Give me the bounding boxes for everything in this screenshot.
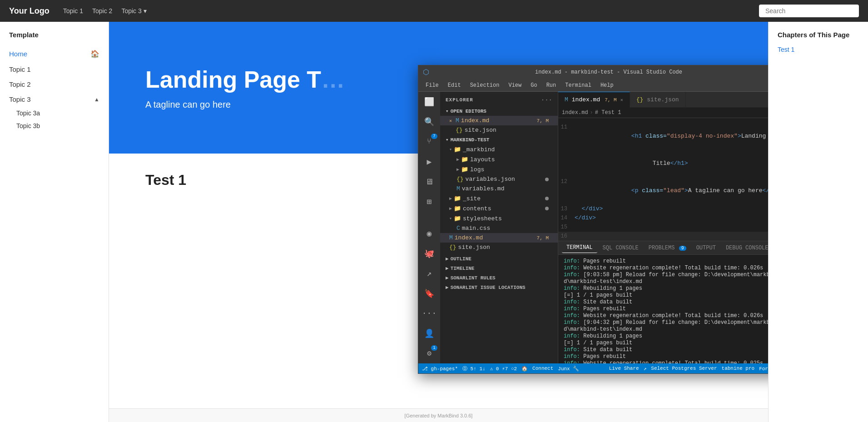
status-connect[interactable]: Connect bbox=[532, 366, 553, 371]
workspace-header[interactable]: ▾ MARKBIND-TEST bbox=[440, 135, 558, 144]
status-home[interactable]: 🏠 bbox=[521, 366, 528, 372]
navbar-links: Topic 1 Topic 2 Topic 3 ▾ bbox=[63, 7, 759, 15]
menu-view[interactable]: View bbox=[505, 80, 525, 90]
code-editor[interactable]: 11 <h1 class="display-4 no-index">Landin… bbox=[558, 118, 768, 241]
menu-help[interactable]: Help bbox=[597, 80, 617, 90]
status-junx[interactable]: Junx 🔧 bbox=[558, 366, 579, 372]
sonarlint-issues-section[interactable]: ▶ SONARLINT ISSUE LOCATIONS bbox=[440, 283, 558, 292]
open-file-site-json[interactable]: ✕ {} site.json bbox=[440, 125, 558, 135]
toc-item-test1[interactable]: Test 1 bbox=[778, 44, 859, 55]
extensions-icon[interactable]: ⊞ bbox=[423, 195, 436, 208]
file-site-json-root[interactable]: {} site.json bbox=[440, 243, 558, 252]
file-stylesheets-folder[interactable]: ▾ 📁 stylesheets bbox=[440, 213, 558, 223]
main-layout: Template Home 🏠 Topic 1 Topic 2 Topic 3 … bbox=[0, 22, 868, 422]
code-line-11b: Title</h1> bbox=[558, 150, 768, 177]
sidebar-item-topic3a[interactable]: Topic 3a bbox=[16, 107, 109, 119]
terminal-line-2: info: Website regeneration complete! Tot… bbox=[564, 265, 768, 271]
bookmarks-icon[interactable]: 🔖 bbox=[423, 287, 436, 300]
terminal-area: TERMINAL SQL CONSOLE PROBLEMS 9 OUTPUT D… bbox=[558, 241, 768, 363]
more-icon[interactable]: ··· bbox=[423, 307, 436, 320]
menu-selection[interactable]: Selection bbox=[466, 80, 503, 90]
status-sync[interactable]: ⓪ 5↑ 1↓ bbox=[462, 365, 486, 372]
search-input[interactable] bbox=[759, 5, 859, 17]
account-icon[interactable]: 👤 bbox=[423, 327, 436, 340]
sidebar-item-home[interactable]: Home 🏠 bbox=[0, 46, 109, 62]
settings-icon[interactable]: ⚙ 1 bbox=[423, 347, 436, 360]
timeline-icon[interactable]: ◉ bbox=[423, 227, 436, 240]
file-index-md-root[interactable]: M index.md 7, M bbox=[440, 233, 558, 243]
chevron-right-icon: ▶ bbox=[446, 284, 449, 290]
live-share-icon[interactable]: ↗ bbox=[423, 267, 436, 280]
sidebar-item-topic3[interactable]: Topic 3 ▲ bbox=[0, 92, 109, 107]
navbar-link-topic1[interactable]: Topic 1 bbox=[63, 7, 83, 15]
terminal-tab-output[interactable]: OUTPUT bbox=[692, 243, 720, 253]
terminal-tab-terminal[interactable]: TERMINAL bbox=[562, 243, 597, 253]
terminal-tab-problems[interactable]: PROBLEMS 9 bbox=[644, 243, 691, 253]
open-file-index-md[interactable]: ✕ M index.md 7, M bbox=[440, 116, 558, 125]
explorer-icon[interactable]: ⬜ bbox=[423, 95, 436, 108]
folder-icon: 📁 bbox=[454, 146, 461, 153]
status-live-share[interactable]: Live Share bbox=[609, 366, 639, 371]
file-variables-json[interactable]: {} variables.json bbox=[440, 174, 558, 184]
explorer-more-icon[interactable]: ··· bbox=[541, 96, 552, 104]
folder-icon: 📁 bbox=[454, 205, 461, 212]
status-right: Live Share ↗ Select Postgres Server tabn… bbox=[609, 366, 768, 372]
status-formatting[interactable]: Formatting: ✓ bbox=[759, 366, 768, 372]
file-variables-md[interactable]: M variables.md bbox=[440, 184, 558, 194]
status-errors[interactable]: ⚠ 0 ⚡7 ○2 bbox=[490, 366, 517, 372]
chevron-down-icon-2: ▾ bbox=[446, 137, 449, 143]
code-line-13: 13 </div> bbox=[558, 204, 768, 213]
explorer-title: EXPLORER bbox=[446, 97, 473, 103]
terminal-line-11: [=] 1 / 1 pages built bbox=[564, 340, 768, 346]
menu-terminal[interactable]: Terminal bbox=[561, 80, 595, 90]
code-line-14: 14 </div> bbox=[558, 213, 768, 223]
sonarlint-rules-section[interactable]: ▶ SONARLINT RULES bbox=[440, 273, 558, 283]
sidebar-item-topic2[interactable]: Topic 2 bbox=[0, 77, 109, 92]
explorer-panel: EXPLORER ··· ▾ OPEN EDITORS ✕ M index.md bbox=[440, 92, 558, 363]
timeline-section[interactable]: ▶ TIMELINE bbox=[440, 263, 558, 273]
navbar-link-topic2[interactable]: Topic 2 bbox=[92, 7, 112, 15]
terminal-line-9: info: [9:04:32 pm] Reload for file chang… bbox=[564, 319, 768, 326]
menu-run[interactable]: Run bbox=[543, 80, 560, 90]
sidebar-item-topic3b[interactable]: Topic 3b bbox=[16, 119, 109, 132]
file-logs-folder[interactable]: ▶ 📁 logs bbox=[440, 164, 558, 174]
file-markbind-folder[interactable]: ▾ 📁 _markbind bbox=[440, 144, 558, 154]
breadcrumb-section[interactable]: # Test 1 bbox=[595, 109, 621, 116]
menu-edit[interactable]: Edit bbox=[444, 80, 465, 90]
remote-explorer-icon[interactable]: 🖥 bbox=[423, 175, 436, 188]
json-icon-2: {} bbox=[449, 244, 456, 251]
menu-file[interactable]: File bbox=[422, 80, 442, 90]
run-debug-icon[interactable]: ▶ bbox=[423, 155, 436, 168]
folder-icon: 📁 bbox=[461, 166, 468, 173]
file-layouts-folder[interactable]: ▶ 📁 layouts bbox=[440, 154, 558, 164]
editor-tab-index-md[interactable]: M index.md 7, M ✕ bbox=[558, 92, 630, 108]
chevron-right-icon: ▶ bbox=[446, 256, 449, 262]
file-main-css[interactable]: C main.css bbox=[440, 223, 558, 233]
file-contents-folder[interactable]: ▶ 📁 contents bbox=[440, 204, 558, 213]
file-dot-indicator bbox=[545, 207, 549, 210]
chevron-up-icon: ▲ bbox=[94, 96, 99, 103]
explorer-header: EXPLORER ··· bbox=[440, 92, 558, 106]
file-site-folder[interactable]: ▶ 📁 _site bbox=[440, 194, 558, 204]
search-icon[interactable]: 🔍 bbox=[423, 115, 436, 128]
terminal-tab-sql[interactable]: SQL CONSOLE bbox=[598, 243, 643, 253]
status-branch[interactable]: ⎇ gh-pages* bbox=[422, 366, 458, 372]
navbar-link-topic3[interactable]: Topic 3 ▾ bbox=[121, 7, 146, 15]
github-icon[interactable]: 🐙 bbox=[423, 247, 436, 260]
open-editors-header[interactable]: ▾ OPEN EDITORS bbox=[440, 106, 558, 116]
terminal-tab-debug[interactable]: DEBUG CONSOLE bbox=[721, 243, 768, 253]
menu-go[interactable]: Go bbox=[527, 80, 541, 90]
terminal-content[interactable]: info: Pages rebuilt info: Website regene… bbox=[558, 255, 768, 363]
close-icon[interactable]: ✕ bbox=[449, 118, 452, 124]
outline-section[interactable]: ▶ OUTLINE bbox=[440, 254, 558, 263]
breadcrumb-file[interactable]: index.md bbox=[562, 109, 588, 116]
source-control-icon[interactable]: ⑂ 7 bbox=[423, 135, 436, 148]
toc-title: Chapters of This Page bbox=[778, 31, 859, 39]
status-tabnine[interactable]: tabnine pro bbox=[722, 366, 755, 371]
editor-area: M index.md 7, M ✕ {} site.json ▶ ⊟ · bbox=[558, 92, 768, 363]
terminal-line-13: info: Pages rebuilt bbox=[564, 353, 768, 360]
tab-close-icon[interactable]: ✕ bbox=[620, 97, 623, 103]
editor-tab-site-json[interactable]: {} site.json bbox=[630, 92, 686, 108]
sidebar-item-topic1[interactable]: Topic 1 bbox=[0, 62, 109, 77]
status-postgres[interactable]: Select Postgres Server bbox=[651, 366, 717, 371]
